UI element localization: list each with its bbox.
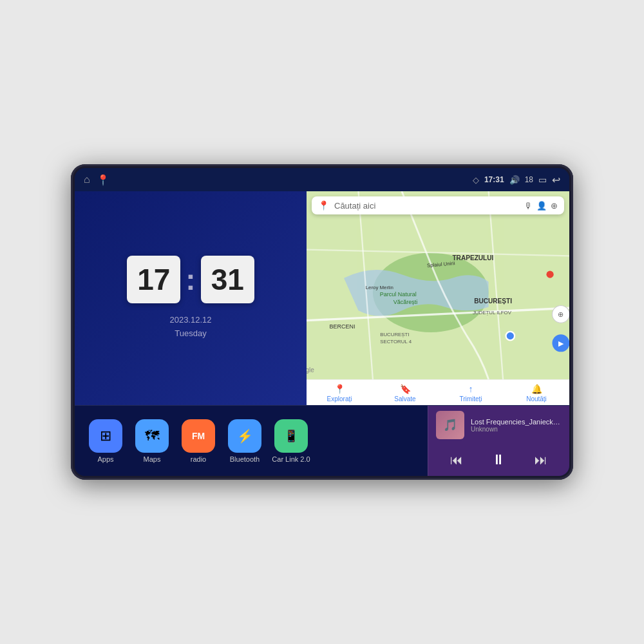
status-time: 17:31 bbox=[484, 175, 504, 184]
clock-display: 17 : 31 bbox=[127, 256, 254, 303]
radio-label: radio bbox=[191, 455, 206, 463]
svg-text:Google: Google bbox=[307, 366, 314, 374]
svg-text:⊕: ⊕ bbox=[558, 310, 564, 318]
map-tab-exploreaza[interactable]: 📍 Explorați bbox=[307, 384, 372, 402]
maps-icon: 🗺 bbox=[135, 419, 169, 453]
bluetooth-label: Bluetooth bbox=[230, 455, 260, 463]
map-tab-salvate-label: Salvate bbox=[394, 395, 415, 402]
maps-label: Maps bbox=[144, 455, 161, 463]
gps-icon: ◇ bbox=[473, 175, 479, 185]
map-widget: 📍 Căutați aici 🎙 👤 ⊕ bbox=[307, 191, 569, 405]
svg-text:BUCUREȘTI: BUCUREȘTI bbox=[380, 332, 409, 337]
app-item-radio[interactable]: FM radio bbox=[178, 419, 219, 463]
clock-widget: 17 : 31 2023.12.12 Tuesday bbox=[75, 191, 307, 405]
svg-text:BERCENI: BERCENI bbox=[330, 323, 355, 330]
account-icon[interactable]: 👤 bbox=[536, 201, 547, 211]
app-item-carlink[interactable]: 📱 Car Link 2.0 bbox=[270, 419, 312, 463]
map-tab-noutati[interactable]: 🔔 Noutăți bbox=[504, 384, 569, 402]
app-item-maps[interactable]: 🗺 Maps bbox=[131, 419, 173, 463]
volume-icon: 🔊 bbox=[509, 175, 520, 185]
car-display-device: ⌂ 📍 ◇ 17:31 🔊 18 ▭ ↩ 17 : bbox=[71, 164, 573, 480]
battery-icon: ▭ bbox=[538, 175, 547, 185]
prev-button[interactable]: ⏮ bbox=[445, 450, 468, 470]
status-bar: ⌂ 📍 ◇ 17:31 🔊 18 ▭ ↩ bbox=[75, 168, 569, 191]
svg-point-17 bbox=[506, 332, 515, 340]
svg-text:Leroy Merlin: Leroy Merlin bbox=[366, 285, 393, 290]
svg-point-18 bbox=[546, 271, 553, 278]
main-content: 17 : 31 2023.12.12 Tuesday 📍 Căutați aic… bbox=[75, 191, 569, 476]
top-section: 17 : 31 2023.12.12 Tuesday 📍 Căutați aic… bbox=[75, 191, 569, 405]
music-artist: Unknown bbox=[471, 426, 562, 433]
bluetooth-icon: ⚡ bbox=[228, 419, 261, 453]
device-screen: ⌂ 📍 ◇ 17:31 🔊 18 ▭ ↩ 17 : bbox=[75, 168, 569, 476]
apps-section: ⊞ Apps 🗺 Maps FM radio ⚡ Bluetooth bbox=[75, 406, 428, 476]
map-tab-salvate[interactable]: 🔖 Salvate bbox=[372, 384, 438, 402]
apps-icon: ⊞ bbox=[89, 419, 122, 453]
music-controls: ⏮ ⏸ ⏭ bbox=[436, 446, 562, 471]
maps-nav-icon[interactable]: 📍 bbox=[97, 174, 109, 186]
map-body: TRAPEZULUI BUCUREȘTI JUDEȚUL ILFOV BERCE… bbox=[307, 191, 569, 379]
saved-icon: 🔖 bbox=[400, 384, 411, 394]
volume-level: 18 bbox=[525, 175, 533, 184]
mic-icon[interactable]: 🎙 bbox=[524, 201, 533, 211]
map-tab-trimiteti[interactable]: ↑ Trimiteți bbox=[438, 384, 504, 402]
status-left: ⌂ 📍 bbox=[84, 174, 109, 186]
map-search-bar[interactable]: 📍 Căutați aici 🎙 👤 ⊕ bbox=[312, 196, 564, 214]
map-action-icons: 🎙 👤 ⊕ bbox=[524, 201, 558, 211]
music-info: Lost Frequencies_Janieck Devy-... Unknow… bbox=[471, 418, 562, 433]
svg-text:JUDEȚUL ILFOV: JUDEȚUL ILFOV bbox=[473, 310, 512, 316]
clock-minute: 31 bbox=[201, 256, 254, 303]
back-icon[interactable]: ↩ bbox=[552, 174, 560, 186]
svg-text:Văcărești: Văcărești bbox=[393, 299, 417, 305]
news-icon: 🔔 bbox=[531, 384, 542, 394]
music-info-section: 🎵 Lost Frequencies_Janieck Devy-... Unkn… bbox=[436, 411, 562, 439]
svg-text:TRAPEZULUI: TRAPEZULUI bbox=[452, 254, 493, 261]
clock-hour: 17 bbox=[127, 256, 180, 303]
explore-icon: 📍 bbox=[334, 384, 345, 394]
map-bottom-bar: 📍 Explorați 🔖 Salvate ↑ Trimiteți 🔔 bbox=[307, 379, 569, 405]
map-search-text: Căutați aici bbox=[334, 201, 519, 211]
svg-text:SECTORUL 4: SECTORUL 4 bbox=[380, 339, 412, 345]
music-album-art: 🎵 bbox=[436, 411, 464, 439]
status-right: ◇ 17:31 🔊 18 ▭ ↩ bbox=[473, 174, 560, 186]
map-tab-exploreaza-label: Explorați bbox=[327, 395, 352, 402]
clock-date: 2023.12.12 Tuesday bbox=[169, 314, 211, 341]
map-pin-icon: 📍 bbox=[318, 200, 329, 211]
apps-label: Apps bbox=[97, 455, 113, 463]
svg-text:BUCUREȘTI: BUCUREȘTI bbox=[474, 298, 512, 305]
carlink-label: Car Link 2.0 bbox=[272, 455, 310, 463]
svg-text:Parcul Natural: Parcul Natural bbox=[380, 291, 417, 298]
svg-text:▶: ▶ bbox=[558, 339, 564, 347]
map-tab-noutati-label: Noutăți bbox=[526, 395, 547, 402]
music-title: Lost Frequencies_Janieck Devy-... bbox=[471, 418, 562, 426]
share-icon: ↑ bbox=[469, 384, 473, 394]
app-item-bluetooth[interactable]: ⚡ Bluetooth bbox=[224, 419, 265, 463]
bottom-section: ⊞ Apps 🗺 Maps FM radio ⚡ Bluetooth bbox=[75, 405, 569, 476]
carlink-icon: 📱 bbox=[274, 419, 308, 453]
layers-icon[interactable]: ⊕ bbox=[551, 201, 558, 211]
music-player: 🎵 Lost Frequencies_Janieck Devy-... Unkn… bbox=[428, 406, 569, 476]
next-button[interactable]: ⏭ bbox=[529, 450, 553, 470]
clock-colon: : bbox=[185, 256, 195, 303]
play-pause-button[interactable]: ⏸ bbox=[486, 449, 511, 471]
app-item-apps[interactable]: ⊞ Apps bbox=[85, 419, 126, 463]
map-tab-trimiteti-label: Trimiteți bbox=[459, 395, 482, 402]
radio-icon: FM bbox=[182, 419, 215, 453]
home-icon[interactable]: ⌂ bbox=[84, 174, 90, 185]
